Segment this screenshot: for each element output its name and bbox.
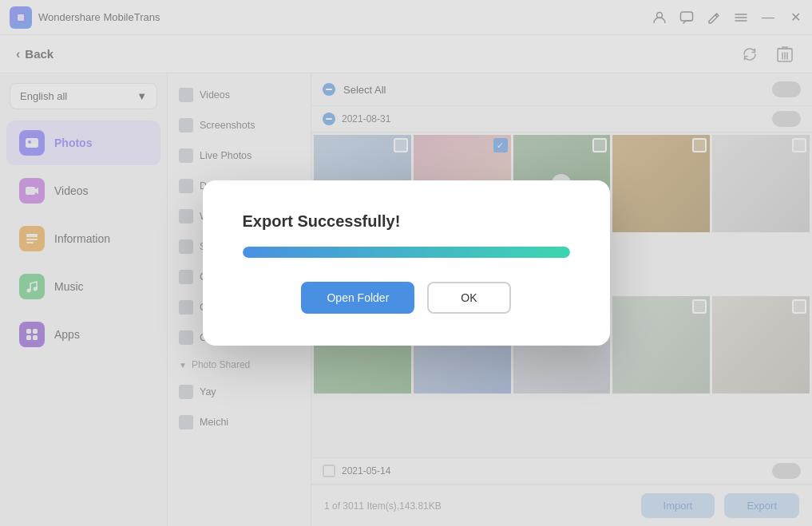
modal-title: Export Successfully!	[243, 212, 401, 231]
progress-bar-bg	[243, 247, 570, 258]
modal-actions: Open Folder OK	[301, 282, 510, 314]
ok-button[interactable]: OK	[427, 282, 510, 314]
modal-overlay: Export Successfully! Open Folder OK	[0, 0, 812, 526]
open-folder-button[interactable]: Open Folder	[301, 282, 414, 314]
progress-bar-fill	[243, 247, 570, 258]
modal-dialog: Export Successfully! Open Folder OK	[203, 180, 610, 346]
